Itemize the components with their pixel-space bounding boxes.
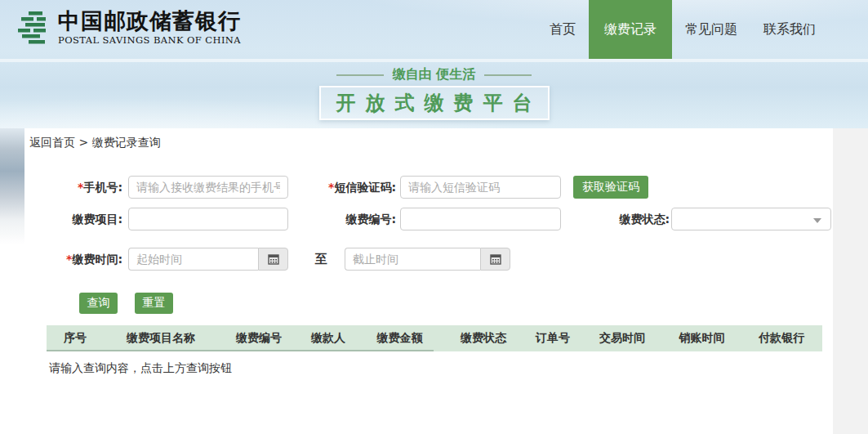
column-header-status: 缴费状态 [443,331,524,346]
page: 中国邮政储蓄银行 POSTAL SAVINGS BANK OF CHINA 首页… [0,0,868,434]
column-header-order-number: 订单号 [524,331,581,346]
tagline-line-left [336,74,384,76]
end-time-calendar-button[interactable] [480,248,510,271]
sms-code-label: *短信验证码: [265,176,396,199]
banner-title: 开放式缴费平台 [336,92,542,114]
banner: 缴自由 便生活 开放式缴费平台 [0,66,868,120]
brand-name-cn: 中国邮政储蓄银行 [58,9,241,33]
left-background-strip [0,128,24,434]
payment-item-input[interactable] [128,208,288,230]
psbc-emblem-icon [18,11,51,48]
start-time-calendar-button[interactable] [258,248,288,271]
query-button[interactable]: 查询 [79,293,118,314]
column-header-writeoff-time: 销账时间 [663,331,741,346]
calendar-icon [268,253,279,265]
table-header-underline [47,350,434,351]
end-time-input[interactable] [345,248,480,271]
start-time-group [128,248,288,271]
top-bar: 中国邮政储蓄银行 POSTAL SAVINGS BANK OF CHINA 首页… [0,0,868,59]
right-background-strip [833,128,868,434]
tagline-line-right [484,74,532,76]
nav-item-contact[interactable]: 联系我们 [750,0,829,59]
nav-item-home[interactable]: 首页 [536,0,589,59]
chevron-down-icon [813,218,821,223]
column-header-payment-number: 缴费编号 [218,331,300,346]
nav-item-faq[interactable]: 常见问题 [672,0,750,59]
results-table-header: 序号 缴费项目名称 缴费编号 缴款人 缴费金额 缴费状态 订单号 交易时间 销账… [47,325,822,351]
sky-background: 中国邮政储蓄银行 POSTAL SAVINGS BANK OF CHINA 首页… [0,0,868,128]
end-time-group [345,248,510,271]
column-header-item-name: 缴费项目名称 [104,331,218,346]
payment-number-label: 缴费编号: [265,208,396,230]
breadcrumb-separator: > [75,136,92,149]
payment-time-label: *缴费时间: [24,248,122,271]
nav-item-payment-records[interactable]: 缴费记录 [589,0,672,59]
column-header-index: 序号 [47,331,104,346]
banner-title-box: 开放式缴费平台 [319,86,550,120]
payment-number-input[interactable] [400,208,561,230]
phone-input[interactable] [128,176,288,199]
payment-status-select[interactable] [671,208,831,230]
get-code-button[interactable]: 获取验证码 [573,176,648,199]
start-time-input[interactable] [128,248,258,271]
column-header-amount: 缴费金额 [357,331,443,346]
brand-name-en: POSTAL SAVINGS BANK OF CHINA [58,34,241,46]
main-nav: 首页 缴费记录 常见问题 联系我们 [536,0,829,59]
column-header-payer: 缴款人 [300,331,357,346]
content-panel: 返回首页 > 缴费记录查询 *手机号: *短信验证码: 获取验证码 缴费项目: … [24,128,833,434]
payment-status-label: 缴费状态: [554,208,670,230]
column-header-trade-time: 交易时间 [581,331,663,346]
column-header-paying-bank: 付款银行 [741,331,822,346]
breadcrumb: 返回首页 > 缴费记录查询 [29,136,161,150]
banner-tagline-row: 缴自由 便生活 [0,66,868,83]
brand-logo-link[interactable]: 中国邮政储蓄银行 POSTAL SAVINGS BANK OF CHINA [18,9,241,48]
sms-code-input[interactable] [400,176,561,199]
breadcrumb-current: 缴费记录查询 [92,136,161,149]
time-range-separator: 至 [309,248,333,271]
empty-results-message: 请输入查询内容，点击上方查询按钮 [49,361,232,376]
payment-item-label: 缴费项目: [24,208,122,230]
phone-label: *手机号: [24,176,122,199]
calendar-icon [490,253,501,265]
breadcrumb-home-link[interactable]: 返回首页 [29,136,75,149]
banner-tagline: 缴自由 便生活 [393,66,476,83]
reset-button[interactable]: 重置 [135,293,173,314]
brand-text: 中国邮政储蓄银行 POSTAL SAVINGS BANK OF CHINA [58,9,241,46]
